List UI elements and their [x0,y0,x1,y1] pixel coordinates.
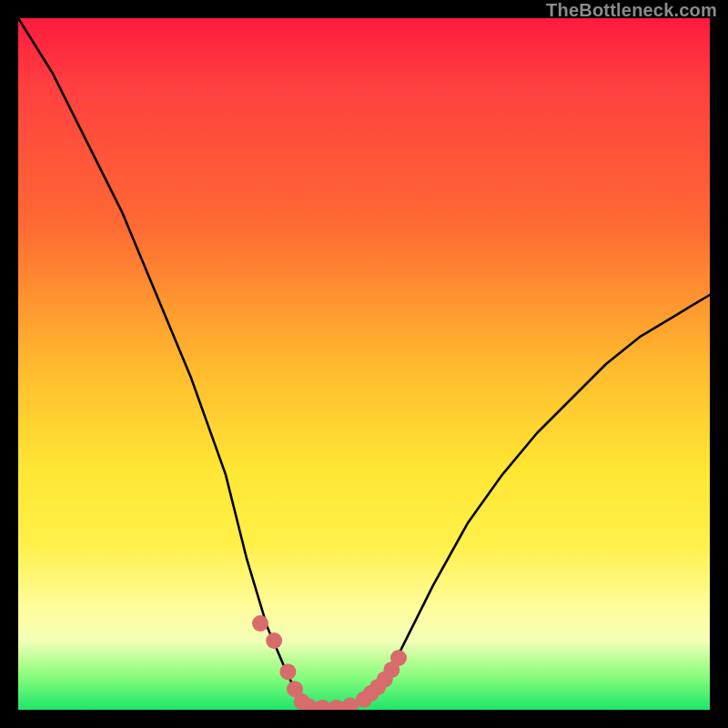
bottleneck-curve [18,18,710,710]
highlight-marker-dot [390,650,407,666]
curve-svg [18,18,710,710]
highlight-markers [252,615,407,710]
highlight-marker-dot [279,663,296,680]
highlight-marker-dot [252,615,268,632]
plot-area [18,18,710,710]
chart-frame: TheBottleneck.com [0,0,728,728]
highlight-marker-dot [266,632,282,649]
